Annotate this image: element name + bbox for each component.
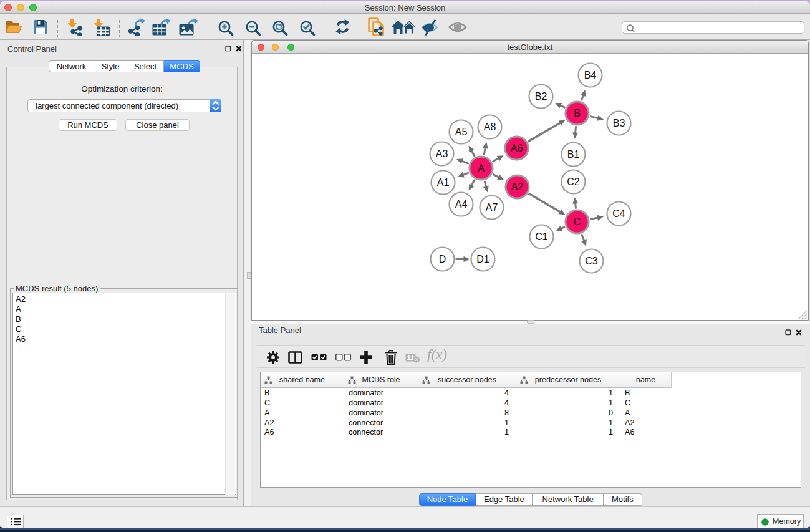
svg-text:C4: C4 <box>612 208 625 219</box>
svg-text:A3: A3 <box>436 148 448 159</box>
svg-text:A: A <box>478 163 485 173</box>
svg-text:C3: C3 <box>585 256 598 266</box>
svg-text:A8: A8 <box>484 122 496 132</box>
svg-text:B3: B3 <box>613 118 625 128</box>
svg-text:A5: A5 <box>455 127 468 137</box>
svg-text:A4: A4 <box>455 199 468 210</box>
svg-text:A1: A1 <box>437 177 450 188</box>
svg-text:D: D <box>439 254 446 264</box>
svg-text:B1: B1 <box>567 149 580 160</box>
svg-text:A7: A7 <box>486 202 498 213</box>
svg-text:B4: B4 <box>584 70 597 80</box>
svg-text:C2: C2 <box>567 177 580 187</box>
svg-text:A6: A6 <box>511 143 523 153</box>
svg-text:A2: A2 <box>511 181 524 192</box>
svg-text:B: B <box>574 108 581 118</box>
svg-text:C: C <box>574 216 581 227</box>
svg-text:C1: C1 <box>535 231 548 242</box>
svg-text:B2: B2 <box>535 91 547 102</box>
svg-text:D1: D1 <box>476 254 489 264</box>
